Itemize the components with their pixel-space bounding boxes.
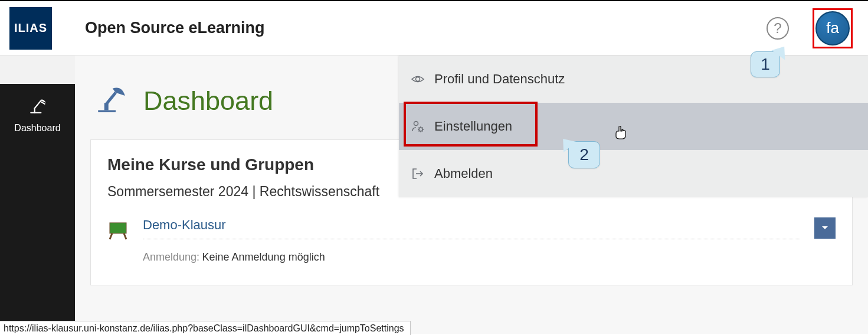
help-symbol: ? (774, 20, 781, 37)
callout-1: 1 (751, 51, 780, 77)
svg-point-2 (414, 122, 418, 126)
header: ILIAS Open Source eLearning ? fa (0, 1, 868, 56)
user-gear-icon (411, 119, 426, 134)
course-info: Demo-Klausur Anmeldung: Keine Anmeldung … (143, 217, 800, 264)
course-meta-value: Keine Anmeldung möglich (202, 251, 325, 263)
svg-rect-0 (110, 223, 126, 233)
logo[interactable]: ILIAS (9, 7, 52, 50)
course-icon (107, 220, 129, 241)
course-divider (143, 239, 800, 239)
sidebar-label: Dashboard (14, 123, 60, 134)
dropdown-label: Einstellungen (434, 119, 512, 134)
sidebar: Dashboard (0, 56, 75, 334)
logout-icon (411, 167, 426, 181)
callout-1-text: 1 (761, 55, 770, 74)
lamp-icon (28, 97, 48, 117)
avatar-highlight: fa (813, 8, 853, 48)
eye-icon (411, 72, 426, 86)
chevron-down-icon (821, 226, 828, 230)
user-dropdown: Profil und Datenschutz Einstellungen (399, 56, 868, 197)
page-icon (95, 84, 128, 118)
avatar[interactable]: fa (815, 11, 850, 45)
svg-point-1 (416, 77, 420, 82)
help-icon[interactable]: ? (767, 17, 789, 40)
course-link[interactable]: Demo-Klausur (143, 217, 226, 232)
dropdown-label: Profil und Datenschutz (434, 71, 565, 87)
logo-text: ILIAS (14, 21, 47, 35)
page-title: Dashboard (143, 86, 273, 116)
main: Dashboard Meine Kurse und Gruppen Sommer… (75, 56, 868, 334)
callout-2: 2 (568, 141, 600, 168)
sidebar-rest (0, 147, 75, 334)
status-bar-url: https://ilias-klausur.uni-konstanz.de/il… (0, 321, 411, 335)
header-right: ? fa (767, 8, 853, 48)
avatar-initials: fa (826, 19, 839, 37)
app-title: Open Source eLearning (85, 19, 265, 37)
dropdown-item-settings[interactable]: Einstellungen (399, 103, 868, 150)
dropdown-item-profile[interactable]: Profil und Datenschutz (399, 56, 868, 103)
course-action-button[interactable] (814, 217, 836, 239)
sidebar-item-dashboard[interactable]: Dashboard (0, 84, 75, 147)
dropdown-label: Abmelden (434, 166, 493, 181)
course-meta-label: Anmeldung: (143, 251, 199, 263)
dropdown-item-logout[interactable]: Abmelden (399, 150, 868, 197)
layout: Dashboard Dashboard Meine Kurse und Grup… (0, 56, 868, 334)
cursor-icon (615, 126, 627, 140)
callout-2-text: 2 (579, 145, 589, 164)
course-row: Demo-Klausur Anmeldung: Keine Anmeldung … (107, 212, 836, 264)
